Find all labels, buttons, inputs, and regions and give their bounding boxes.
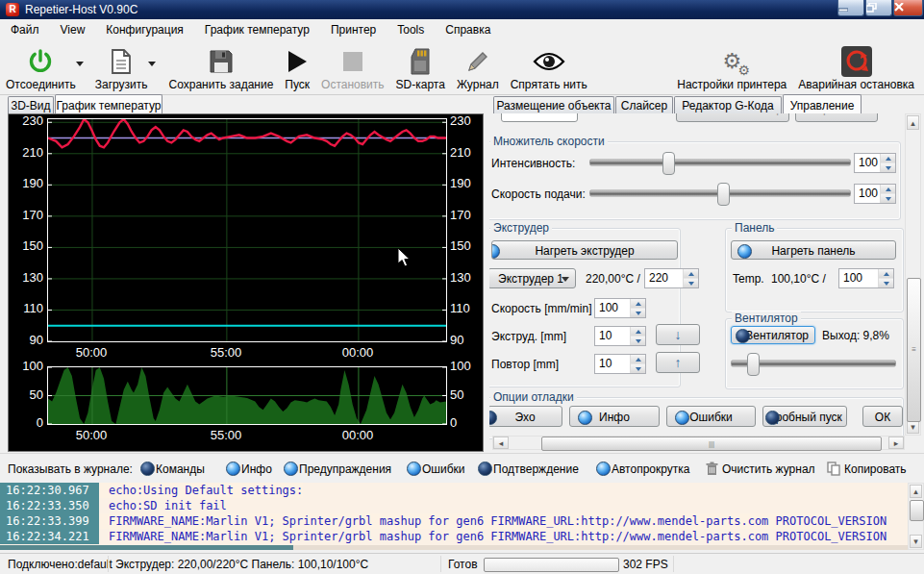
fan-group-title: Вентилятор <box>732 312 801 325</box>
extruder-target-spinner[interactable]: 220 <box>644 268 699 288</box>
tab-slicer[interactable]: Слайсер <box>615 96 673 113</box>
pencil-icon <box>465 45 490 78</box>
feedrate-up[interactable] <box>881 185 895 194</box>
restore-button[interactable] <box>865 0 892 16</box>
hide-filament-button[interactable]: Спрятать нить <box>505 40 593 94</box>
errors-filter-led[interactable] <box>407 462 421 476</box>
extruder-selector[interactable]: Экструдер 1 <box>489 268 576 288</box>
debug-info-button[interactable]: Инфо <box>569 406 660 427</box>
tab-control[interactable]: Управление <box>783 94 862 113</box>
hscroll-left-arrow[interactable]: ◂ <box>493 437 509 449</box>
extrude-length-spinner[interactable]: 10 <box>594 326 646 346</box>
log-vscroll-thumb[interactable] <box>910 500 924 521</box>
tab-3d-view[interactable]: 3D-Вид <box>8 96 54 113</box>
feedrate-spinner[interactable]: 100 <box>854 184 896 204</box>
stop-motor-button[interactable]: Остановить Мотор <box>676 113 789 122</box>
retract-down[interactable] <box>631 364 645 373</box>
trash-icon[interactable] <box>706 462 718 476</box>
sd-card-button[interactable]: SD-карта <box>390 40 451 94</box>
window-title: Repetier-Host V0.90C <box>25 3 137 16</box>
menu-temp-graph[interactable]: График температур <box>194 20 320 39</box>
control-hscrollbar[interactable]: ◂ ▸ ||| <box>492 436 905 450</box>
extrude-speed-up[interactable] <box>631 299 645 309</box>
debug-errors-button[interactable]: Ошибки <box>666 406 756 427</box>
tab-object-placement[interactable]: Размещение объекта <box>493 96 614 113</box>
log-message: FIRMWARE_NAME:Marlin V1; Sprinter/grbl m… <box>99 529 887 544</box>
log-vscroll-up[interactable]: ▴ <box>910 485 922 498</box>
extrude-speed-spinner[interactable]: 100 <box>594 298 646 318</box>
toggle-errors[interactable]: Ошибки <box>422 462 465 476</box>
debug-dry-run-button[interactable]: Пробный пуск <box>762 406 847 427</box>
close-button[interactable] <box>893 0 923 16</box>
log-hscroll-thumb[interactable] <box>0 545 293 550</box>
toggle-autoscroll[interactable]: Автопрокрутка <box>612 462 689 476</box>
extrude-down-button[interactable]: ↓ <box>656 324 700 345</box>
flow-up[interactable] <box>881 154 895 163</box>
load-button[interactable]: Загрузить <box>89 40 154 94</box>
bed-target-spinner[interactable]: 100 <box>838 268 894 288</box>
extruder-target-down[interactable] <box>684 279 698 287</box>
toggle-info[interactable]: Инфо <box>241 462 272 476</box>
toggle-ack[interactable]: Подтверждение <box>493 462 579 476</box>
vscroll-up-arrow[interactable]: ▴ <box>907 115 919 130</box>
clear-log-button[interactable]: Очистить журнал <box>722 462 815 476</box>
emergency-stop-button[interactable]: Аварийная остановка <box>792 40 920 94</box>
park-button[interactable]: Парковать <box>795 113 878 122</box>
toggle-warnings[interactable]: Предупраждения <box>299 462 391 476</box>
copy-icon[interactable] <box>827 462 840 476</box>
minimize-button[interactable] <box>837 0 864 16</box>
log-view[interactable]: 16:22:30.967 echo:Using Default settings… <box>0 483 924 550</box>
heat-extruder-button[interactable]: Нагреть экструдер <box>491 240 678 260</box>
disconnect-dropdown-icon[interactable] <box>76 62 84 66</box>
log-button[interactable]: Журнал <box>451 40 505 94</box>
menu-view[interactable]: View <box>50 20 96 39</box>
extruder-target-up[interactable] <box>684 269 698 279</box>
load-dropdown-icon[interactable] <box>148 62 156 66</box>
heat-bed-button[interactable]: Нагреть панель <box>731 240 896 260</box>
commands-led[interactable] <box>140 462 155 476</box>
log-hscrollbar[interactable] <box>0 545 908 550</box>
log-vscroll-down[interactable]: ▾ <box>910 535 922 548</box>
extrude-length-down[interactable] <box>631 337 645 345</box>
flow-down[interactable] <box>881 163 895 172</box>
flow-slider[interactable] <box>589 152 851 173</box>
ack-led[interactable] <box>478 462 492 476</box>
tab-gcode-editor[interactable]: Редактор G-Кода <box>674 96 782 113</box>
y-axis-tick-label: 90 <box>9 333 43 347</box>
debug-echo-button[interactable]: Эхо <box>489 406 562 427</box>
menu-printer[interactable]: Принтер <box>320 20 387 39</box>
log-vscrollbar[interactable]: ▴ ▾ <box>908 483 924 550</box>
retract-up[interactable] <box>631 355 645 364</box>
clipped-command-input[interactable] <box>501 113 578 122</box>
control-vscrollbar[interactable]: ▴ ▾ ≡ <box>905 113 921 436</box>
feedrate-slider[interactable] <box>589 183 851 204</box>
fan-toggle-button[interactable]: Вентилятор <box>731 326 815 344</box>
menu-file[interactable]: Файл <box>0 20 50 39</box>
feedrate-down[interactable] <box>881 194 895 203</box>
vscroll-thumb[interactable]: ≡ <box>907 278 921 422</box>
fan-slider[interactable] <box>731 353 896 374</box>
disconnect-button[interactable]: Отсоединить <box>0 40 82 94</box>
copy-button[interactable]: Копировать <box>844 462 907 476</box>
menu-tools[interactable]: Tools <box>387 20 435 39</box>
flow-spinner[interactable]: 100 <box>854 153 896 173</box>
hscroll-thumb[interactable]: ||| <box>541 437 882 451</box>
menu-help[interactable]: Справка <box>435 20 501 39</box>
menu-config[interactable]: Конфигурация <box>95 20 194 39</box>
hscroll-right-arrow[interactable]: ▸ <box>888 437 904 449</box>
retract-spinner[interactable]: 10 <box>594 354 646 374</box>
extrude-length-up[interactable] <box>631 327 645 337</box>
save-job-button[interactable]: Сохранить задание <box>163 40 280 94</box>
tab-temp-graph[interactable]: График температур <box>55 94 162 113</box>
info-filter-led[interactable] <box>226 462 240 476</box>
bed-target-down[interactable] <box>879 279 893 287</box>
warnings-led[interactable] <box>284 462 298 476</box>
run-button[interactable]: Пуск <box>279 40 315 94</box>
retract-up-button[interactable]: ↑ <box>656 352 700 373</box>
printer-settings-button[interactable]: ⚙⚙ Настройки принтера <box>671 40 792 94</box>
bed-target-up[interactable] <box>879 269 893 279</box>
extrude-speed-down[interactable] <box>631 309 645 317</box>
debug-ok-button[interactable]: ОК <box>862 406 903 427</box>
toggle-commands[interactable]: Команды <box>156 462 205 476</box>
autoscroll-led[interactable] <box>596 462 611 476</box>
